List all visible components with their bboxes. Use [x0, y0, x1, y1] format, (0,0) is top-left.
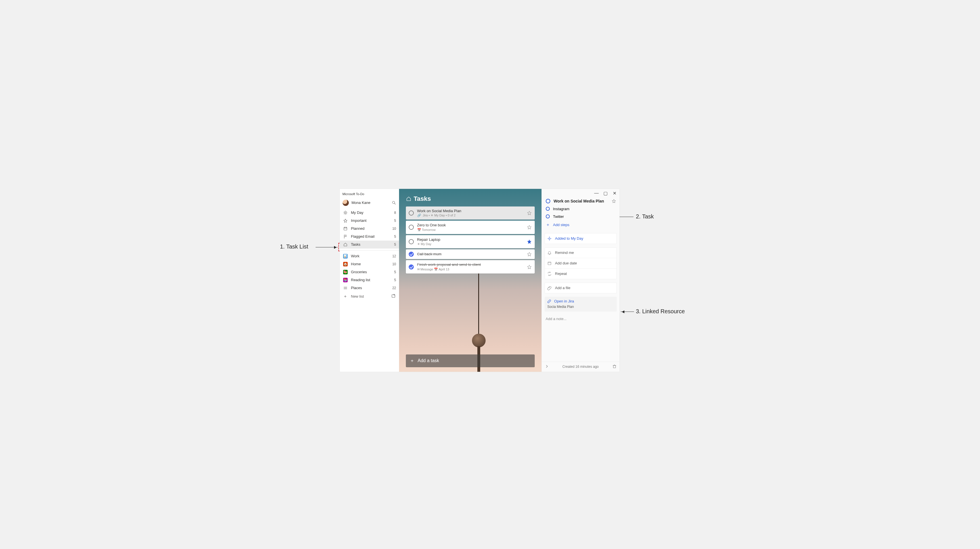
- sidebar-item-count: 10: [392, 262, 396, 266]
- star-icon: [343, 219, 348, 223]
- link-icon: [547, 299, 552, 303]
- task-star-button[interactable]: [527, 265, 532, 270]
- svg-line-7: [344, 211, 344, 212]
- task-row[interactable]: Repair Laptop ☀ My Day: [406, 235, 535, 249]
- sidebar-item-flagged[interactable]: Flagged Email 5: [340, 233, 399, 241]
- sidebar-new-list[interactable]: ＋ New list: [340, 292, 399, 301]
- arrow-tasklist: [316, 247, 338, 247]
- sidebar-item-planned[interactable]: Planned 10: [340, 225, 399, 233]
- app-title: Microsoft To-Do: [340, 192, 399, 198]
- svg-marker-26: [527, 265, 531, 269]
- add-task-input[interactable]: ＋ Add a task: [406, 354, 535, 367]
- task-row[interactable]: Call back mum: [406, 249, 535, 259]
- callout-task: 2. Task: [636, 213, 654, 220]
- plus-icon: ＋: [546, 222, 550, 228]
- sidebar-item-reading[interactable]: 📚 Reading list 5: [340, 276, 399, 284]
- due-date-button[interactable]: Add due date: [545, 258, 616, 268]
- svg-line-1: [395, 203, 395, 204]
- repeat-label: Repeat: [555, 271, 567, 276]
- window-maximize-button[interactable]: ▢: [604, 191, 608, 196]
- sidebar: Microsoft To-Do Mona Kane My Day 8 Impor…: [340, 189, 399, 372]
- details-header: Work on Social Media Plan: [542, 197, 620, 205]
- svg-point-28: [549, 238, 550, 239]
- task-complete-checkbox[interactable]: [409, 252, 414, 257]
- sidebar-item-count: 5: [394, 235, 396, 239]
- task-star-button[interactable]: [527, 239, 532, 244]
- add-file-button[interactable]: Add a file: [545, 283, 616, 293]
- task-complete-checkbox[interactable]: [546, 199, 550, 203]
- add-step-button[interactable]: ＋ Add steps: [546, 220, 616, 230]
- arrow-linked: [621, 311, 634, 312]
- sidebar-item-groceries[interactable]: 🍉 Groceries 5: [340, 268, 399, 276]
- sidebar-item-important[interactable]: Important 5: [340, 217, 399, 225]
- step-complete-checkbox[interactable]: [546, 207, 550, 211]
- task-title: Finish work proposal and send to client: [417, 262, 527, 267]
- task-star-button[interactable]: [527, 225, 532, 230]
- open-in-jira-label: Open in Jira: [554, 299, 574, 303]
- task-row[interactable]: Work on Social Media Plan 🔗Jira • ☀ My D…: [406, 206, 535, 220]
- step-row[interactable]: Instagram: [546, 205, 616, 213]
- sidebar-item-count: 5: [394, 278, 396, 282]
- my-day-button[interactable]: Added to My Day: [545, 233, 616, 244]
- sidebar-item-label: Important: [351, 219, 394, 223]
- task-star-button[interactable]: [612, 199, 616, 203]
- task-title: Zero to One book: [417, 223, 527, 228]
- task-complete-checkbox[interactable]: [409, 265, 414, 270]
- task-complete-checkbox[interactable]: [409, 239, 414, 244]
- task-star-button[interactable]: [527, 211, 532, 215]
- profile-row[interactable]: Mona Kane: [340, 198, 399, 209]
- step-label: Twitter: [553, 214, 564, 219]
- step-row[interactable]: Twitter: [546, 213, 616, 220]
- details-title[interactable]: Work on Social Media Plan: [554, 199, 612, 203]
- home-icon: [343, 242, 348, 247]
- tasks-header: Tasks: [399, 189, 541, 206]
- list-emoji-icon: 📚: [343, 278, 348, 282]
- sidebar-item-count: 12: [392, 254, 396, 258]
- sidebar-item-label: My Day: [351, 211, 394, 215]
- remind-me-button[interactable]: Remind me: [545, 248, 616, 258]
- repeat-button[interactable]: Repeat: [545, 268, 616, 279]
- sidebar-item-count: 5: [394, 270, 396, 274]
- due-date-label: Add due date: [555, 261, 577, 265]
- home-icon: [406, 196, 412, 202]
- sidebar-item-label: Reading list: [351, 278, 394, 282]
- delete-task-button[interactable]: [612, 364, 617, 370]
- sidebar-item-tasks[interactable]: Tasks 5: [340, 241, 399, 249]
- link-icon: 🔗: [417, 214, 421, 217]
- collapse-details-button[interactable]: [545, 364, 549, 370]
- new-group-icon[interactable]: [391, 294, 396, 299]
- sidebar-item-home[interactable]: 🏠 Home 10: [340, 260, 399, 268]
- svg-marker-27: [612, 199, 616, 203]
- svg-line-10: [346, 211, 347, 212]
- sun-icon: [343, 211, 348, 215]
- callout-linked: 3. Linked Resource: [636, 308, 685, 315]
- task-star-button[interactable]: [527, 252, 532, 257]
- open-in-jira-link[interactable]: Open in Jira: [547, 299, 614, 303]
- stage: 1. Task List 2. Task 3. Linked Resource …: [280, 157, 700, 393]
- task-row[interactable]: Zero to One book 📅 Tomorrow: [406, 221, 535, 234]
- sidebar-item-count: 10: [392, 227, 396, 231]
- sidebar-item-work[interactable]: 📊 Work 12: [340, 252, 399, 260]
- task-row[interactable]: Finish work proposal and send to client …: [406, 260, 535, 273]
- note-input[interactable]: [545, 315, 617, 360]
- remind-me-label: Remind me: [555, 251, 574, 255]
- task-complete-checkbox[interactable]: [409, 211, 414, 215]
- task-title: Call back mum: [417, 252, 527, 257]
- window-close-button[interactable]: ✕: [613, 191, 617, 196]
- profile-name: Mona Kane: [352, 201, 392, 205]
- svg-marker-25: [527, 252, 531, 257]
- plus-icon: ＋: [343, 294, 348, 299]
- search-icon[interactable]: [392, 201, 396, 205]
- task-complete-checkbox[interactable]: [409, 225, 414, 230]
- sidebar-new-list-label: New list: [351, 294, 364, 298]
- bell-icon: [547, 251, 552, 255]
- step-complete-checkbox[interactable]: [546, 214, 550, 219]
- window-minimize-button[interactable]: ―: [595, 191, 598, 196]
- sidebar-item-places[interactable]: Places 22: [340, 284, 399, 292]
- sidebar-item-myday[interactable]: My Day 8: [340, 209, 399, 217]
- window-controls: ― ▢ ✕: [542, 189, 620, 197]
- sidebar-item-count: 8: [394, 211, 396, 215]
- svg-point-2: [345, 212, 346, 213]
- sidebar-item-count: 5: [394, 219, 396, 223]
- svg-rect-33: [548, 262, 551, 265]
